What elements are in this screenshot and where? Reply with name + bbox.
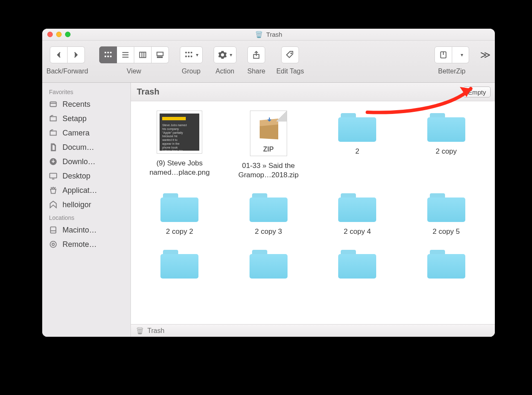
folder-icon	[427, 113, 465, 142]
view-column-button[interactable]	[134, 46, 152, 63]
sidebar-item-icon	[48, 185, 58, 195]
file-item[interactable]: 2 copy 3	[228, 191, 309, 236]
file-item[interactable]: 2 copy 2	[139, 191, 220, 236]
svg-rect-12	[157, 52, 163, 56]
path-bar[interactable]: 🗑️ Trash	[131, 324, 495, 337]
view-gallery-button[interactable]	[152, 46, 169, 63]
toolbar-label-view: View	[127, 68, 141, 75]
titlebar: 🗑️ Trash	[42, 29, 495, 41]
toolbar-label-group: Group	[182, 68, 200, 75]
svg-rect-14	[159, 57, 160, 58]
nav-forward-button[interactable]	[68, 46, 85, 63]
svg-rect-19	[185, 56, 187, 57]
file-item[interactable]: 2	[317, 111, 397, 180]
svg-rect-9	[139, 52, 146, 58]
toolbar: Back/Forward View ▾ Group ▾ Action	[42, 41, 495, 83]
betterzip-button[interactable]	[434, 46, 452, 63]
empty-trash-button[interactable]: Empty	[463, 87, 491, 97]
sidebar-item[interactable]: Downlo…	[42, 154, 130, 169]
svg-rect-16	[185, 52, 187, 54]
svg-rect-5	[110, 56, 111, 57]
file-item[interactable]	[406, 247, 486, 284]
location-header: Trash Empty	[131, 83, 495, 101]
sidebar-item-label: Applicat…	[62, 186, 97, 195]
path-item: Trash	[147, 327, 164, 335]
folder-icon	[250, 250, 288, 279]
svg-rect-18	[190, 52, 192, 54]
share-button[interactable]	[247, 46, 265, 63]
folder-icon	[338, 113, 376, 142]
sidebar-item-label: Downlo…	[62, 157, 95, 166]
file-name: 2 copy 4	[344, 227, 371, 236]
svg-rect-4	[107, 56, 109, 57]
sidebar-item-label: Docum…	[62, 143, 94, 152]
finder-window: 🗑️ Trash Back/Forward View ▾	[42, 29, 495, 337]
sidebar-section-header: Favorites	[42, 86, 130, 97]
sidebar-item-icon	[48, 157, 58, 167]
file-item[interactable]: Steve Jobs named his company "Apple" par…	[139, 111, 220, 180]
sidebar-item-icon	[48, 114, 58, 124]
sidebar-item[interactable]: Remote…	[42, 237, 130, 252]
file-item[interactable]: 2 copy 4	[317, 191, 397, 236]
svg-rect-27	[50, 116, 57, 121]
file-name: 01-33 » Said the Gramop…2018.zip	[238, 161, 299, 180]
file-name: 2 copy 5	[433, 227, 460, 236]
svg-rect-30	[50, 173, 57, 178]
svg-rect-25	[50, 102, 57, 107]
file-name: 2 copy 3	[255, 227, 282, 236]
sidebar-item[interactable]: Applicat…	[42, 183, 130, 198]
file-item[interactable]	[139, 247, 220, 284]
sidebar-item[interactable]: helloigor	[42, 198, 130, 212]
svg-rect-13	[157, 57, 158, 58]
sidebar-item[interactable]: Docum…	[42, 140, 130, 154]
file-item[interactable]	[317, 247, 397, 284]
svg-point-34	[50, 241, 57, 248]
file-item[interactable]: 2 copy 5	[406, 191, 486, 236]
sidebar-item-icon	[48, 128, 58, 138]
zip-thumbnail: ZIP	[250, 111, 287, 156]
sidebar-item-label: Recents	[62, 100, 90, 109]
action-button[interactable]: ▾	[214, 46, 236, 63]
location-title: Trash	[137, 87, 159, 97]
nav-back-button[interactable]	[50, 46, 68, 63]
svg-rect-0	[104, 52, 106, 54]
svg-rect-28	[50, 131, 57, 135]
toolbar-overflow-button[interactable]: ≫	[480, 46, 491, 63]
sidebar-item-label: Desktop	[62, 172, 90, 181]
sidebar-item-icon	[48, 200, 58, 210]
sidebar-section-header: Locations	[42, 212, 130, 223]
svg-rect-2	[110, 52, 111, 54]
toolbar-label-tags: Edit Tags	[276, 68, 304, 75]
sidebar-item[interactable]: Macinto…	[42, 223, 130, 237]
view-list-button[interactable]	[117, 46, 134, 63]
file-item[interactable]: 2 copy	[406, 111, 486, 180]
folder-icon	[338, 193, 376, 222]
folder-icon	[160, 193, 198, 222]
toolbar-label-share: Share	[247, 68, 266, 75]
file-item[interactable]	[228, 247, 309, 284]
file-item[interactable]: ZIP01-33 » Said the Gramop…2018.zip	[228, 111, 309, 180]
sidebar-item[interactable]: Recents	[42, 97, 130, 111]
folder-icon	[160, 250, 198, 279]
sidebar-item[interactable]: Setapp	[42, 111, 130, 126]
folder-icon	[427, 193, 465, 222]
group-button[interactable]: ▾	[180, 46, 203, 63]
window-close[interactable]	[47, 32, 53, 37]
file-name: 2 copy 2	[166, 227, 193, 236]
window-title: 🗑️ Trash	[42, 31, 495, 38]
sidebar-item-label: Macinto…	[62, 226, 97, 235]
window-minimize[interactable]	[56, 32, 62, 37]
file-name: (9) Steve Jobs named…place.png	[149, 159, 210, 177]
sidebar-item[interactable]: Camera	[42, 126, 130, 140]
window-zoom[interactable]	[65, 32, 71, 37]
toolbar-label-backforward: Back/Forward	[46, 68, 88, 75]
betterzip-menu[interactable]: ▾	[452, 46, 469, 63]
svg-point-35	[52, 243, 54, 246]
sidebar-item[interactable]: Desktop	[42, 169, 130, 183]
trash-icon: 🗑️	[255, 31, 263, 38]
file-grid[interactable]: Steve Jobs named his company "Apple" par…	[131, 101, 495, 324]
view-icon-button[interactable]	[99, 46, 117, 63]
svg-rect-21	[190, 56, 192, 57]
sidebar-item-icon	[48, 225, 58, 235]
edit-tags-button[interactable]	[281, 46, 299, 63]
